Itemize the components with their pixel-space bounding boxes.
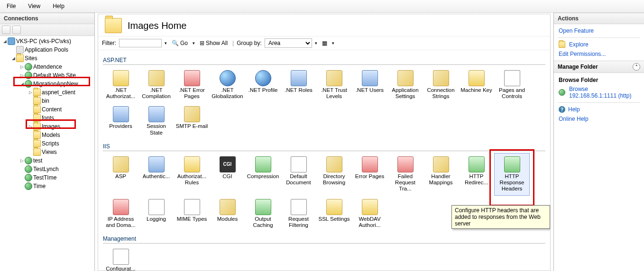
show-all-button[interactable]: ⊞Show All [198,39,230,47]
tree-site-default[interactable]: ▷ Default Web Site [1,71,94,80]
tree-site-attendence[interactable]: ▷ Attendence [1,63,94,71]
folder-icon [33,123,41,130]
feature-item[interactable]: Error Pages [352,153,387,196]
menu-view[interactable]: View [22,2,46,10]
tree-app-pools[interactable]: Application Pools [1,45,94,54]
menu-file[interactable]: File [1,2,21,10]
expander-icon[interactable]: ◢ [2,39,8,44]
action-help[interactable]: ?Help [555,105,643,114]
feature-item[interactable]: Session State [138,103,174,139]
feature-item[interactable]: Compression [245,153,281,196]
feature-item[interactable]: Configurat... Editor [103,245,138,271]
feature-item[interactable]: Output Caching [245,196,281,232]
tree-folder-views[interactable]: Views [1,148,94,156]
tree-site-testlynch[interactable]: TestLynch [1,165,94,173]
feature-item[interactable]: .NET Globalization [210,67,245,103]
feature-icon: CGI [220,156,236,172]
feature-item[interactable]: Default Document [281,153,316,196]
action-open-feature[interactable]: Open Feature [555,26,643,36]
folder-icon [33,89,41,96]
tree-site-testtime[interactable]: TestTIme [1,173,94,182]
conn-btn2[interactable] [12,26,21,34]
feature-label: Request Filtering [282,216,315,228]
tree-site-time[interactable]: Time [1,182,94,190]
menu-help[interactable]: Help [47,2,70,10]
feature-label: Application Settings [389,87,422,99]
feature-icon [362,70,378,86]
tree-sites[interactable]: ◢ Sites [1,54,94,63]
view-mode-button[interactable]: ▦ [320,39,329,47]
feature-icon [433,70,449,86]
feature-item[interactable]: Request Filtering [281,196,316,232]
feature-item[interactable]: Logging [138,196,174,232]
feature-item[interactable]: SSL Settings [316,196,352,232]
tree-label: MigrationAppNew [33,81,78,87]
feature-item[interactable]: WebDAV Authori... [352,196,387,232]
expander-icon[interactable]: ▷ [19,73,25,78]
go-button[interactable]: 🔍Go [170,39,190,47]
feature-item[interactable]: Modules [210,196,245,232]
groupby-dropdown-icon[interactable]: ▾ [315,41,317,45]
feature-item[interactable]: Pages and Controls [494,67,530,103]
tree-folder-scripts[interactable]: Scripts [1,139,94,148]
tree-folder-bin[interactable]: bin [1,97,94,105]
feature-item[interactable]: CGICGI [210,153,245,196]
feature-item[interactable]: .NET Profile [245,67,281,103]
action-browse-link[interactable]: Browse 192.168.56.1:1111 (http) [555,84,643,100]
filter-dropdown-icon[interactable]: ▾ [165,41,167,45]
feature-item[interactable]: .NET Error Pages [174,67,210,103]
feature-item[interactable]: Providers [103,103,138,139]
collapse-icon[interactable]: ˄ [633,63,640,71]
feature-item[interactable]: .NET Compilation [138,67,174,103]
tree-label: Images [42,123,60,130]
tree-site-migration[interactable]: ◢ MigrationAppNew [1,80,94,88]
action-explore[interactable]: Explore [555,40,643,49]
expander-icon[interactable]: ▷ [28,124,33,129]
feature-item[interactable]: .NET Users [352,67,387,103]
feature-item[interactable]: MIME Types [174,196,210,232]
tree-label: Attendence [33,63,62,70]
site-icon [25,63,32,71]
feature-item[interactable]: .NET Authorizat... [103,67,138,103]
expander-icon[interactable]: ◢ [10,56,16,61]
feature-label: .NET Error Pages [175,87,208,99]
feature-item[interactable]: Connection Strings [423,67,459,103]
action-edit-permissions[interactable]: Edit Permissions... [555,49,643,59]
feature-item[interactable]: Authorizat... Rules [174,153,210,196]
feature-item[interactable]: .NET Trust Levels [316,67,352,103]
feature-item[interactable]: ASP [103,153,138,196]
binoculars-icon: 🔍 [172,40,179,46]
feature-item[interactable]: SMTP E-mail [174,103,210,139]
filter-input[interactable] [119,39,162,47]
feature-label: MIME Types [177,216,207,222]
groupby-select[interactable]: Area [265,38,312,48]
tree-site-test[interactable]: ▷ test [1,156,94,165]
view-dropdown-icon[interactable]: ▾ [332,41,334,45]
feature-item[interactable]: Authentic... [138,153,174,196]
tree-folder-models[interactable]: Models [1,131,94,139]
expander-icon[interactable]: ▷ [19,64,25,69]
go-dropdown-icon[interactable]: ▾ [193,41,195,45]
tree-folder-content[interactable]: Content [1,105,94,114]
feature-icon [362,199,378,215]
feature-item[interactable]: Machine Key [459,67,494,103]
feature-item[interactable]: Handler Mappings [423,153,459,196]
tree-folder-aspnet[interactable]: ▷ aspnet_client [1,88,94,97]
tree-folder-images[interactable]: ▷ Images [1,122,94,131]
tree-folder-fonts[interactable]: fonts [1,114,94,122]
tree-server[interactable]: ◢ VKS-PC (vks-PC\vks) [1,37,94,45]
feature-item[interactable]: Application Settings [387,67,423,103]
expander-icon[interactable]: ▷ [28,90,33,95]
feature-item[interactable]: .NET Roles [281,67,316,103]
expander-icon[interactable]: ▷ [19,158,25,163]
action-online-help[interactable]: Online Help [555,114,643,124]
expander-icon[interactable]: ◢ [19,81,25,86]
feature-item[interactable]: HTTP Response Headers [494,153,530,196]
feature-item[interactable]: HTTP Redirec... [459,153,494,196]
feature-label: .NET Profile [248,87,278,93]
feature-item[interactable]: Directory Browsing [316,153,352,196]
actions-header: Actions [554,13,644,24]
feature-item[interactable]: IP Address and Doma... [103,196,138,232]
conn-btn1[interactable] [2,26,10,34]
feature-item[interactable]: Failed Request Tra... [387,153,423,196]
